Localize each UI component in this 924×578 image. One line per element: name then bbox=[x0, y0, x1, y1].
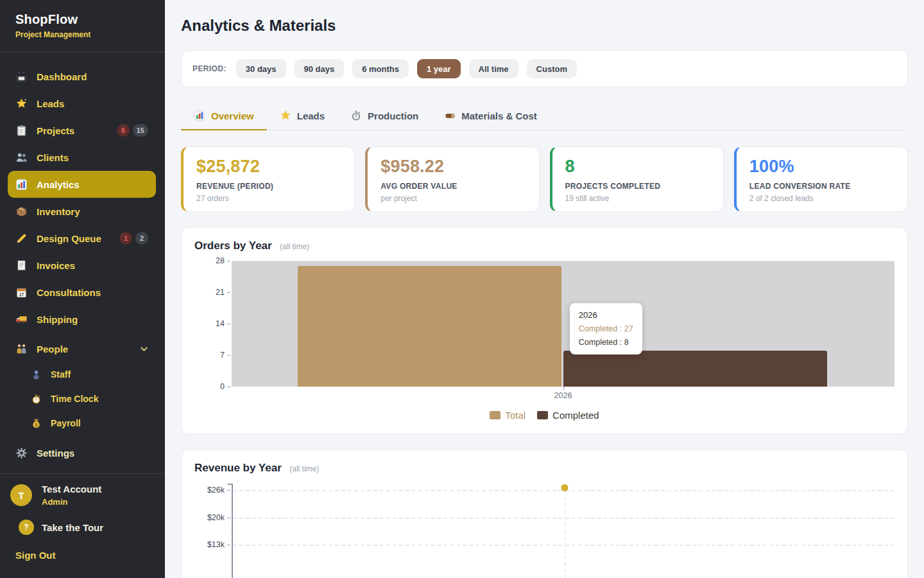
two-people-icon bbox=[15, 343, 28, 355]
app-tagline: Project Management bbox=[15, 30, 150, 39]
kpi-label: LEAD CONVERSION RATE bbox=[749, 182, 894, 191]
kpi-subtext: 2 of 2 closed leads bbox=[749, 194, 894, 203]
app-logo: ShopFlow Project Management bbox=[0, 0, 165, 53]
kpi-card: 100%LEAD CONVERSION RATE2 of 2 closed le… bbox=[734, 146, 908, 212]
sidebar-item-projects[interactable]: Projects815 bbox=[0, 117, 165, 144]
legend-item-total[interactable]: Total bbox=[490, 410, 526, 421]
sidebar-item-payroll[interactable]: $Payroll bbox=[0, 411, 165, 435]
tab-leads[interactable]: Leads bbox=[267, 103, 338, 130]
notification-badge: 15 bbox=[133, 124, 148, 137]
truck-icon bbox=[15, 313, 28, 326]
sidebar: ShopFlow Project Management DashboardLea… bbox=[0, 0, 165, 578]
legend-swatch bbox=[490, 411, 501, 419]
sidebar-item-settings[interactable]: Settings bbox=[0, 439, 165, 466]
tab-label: Overview bbox=[211, 110, 254, 121]
svg-text:$: $ bbox=[35, 422, 38, 427]
take-tour-label: Take the Tour bbox=[42, 522, 103, 533]
tooltip-title: 2026 bbox=[579, 310, 633, 320]
kpi-value: $25,872 bbox=[196, 157, 341, 177]
sidebar-item-analytics[interactable]: Analytics bbox=[8, 171, 156, 198]
period-option-90-days[interactable]: 90 days bbox=[295, 59, 345, 78]
notification-badge: 8 bbox=[117, 124, 130, 137]
sidebar-item-label: Shipping bbox=[37, 314, 78, 325]
sign-out-link[interactable]: Sign Out bbox=[15, 550, 155, 561]
revenue-plot bbox=[232, 484, 894, 578]
period-label: PERIOD: bbox=[193, 64, 227, 73]
orders-x-tick bbox=[563, 387, 564, 390]
notification-badge: 2 bbox=[135, 232, 148, 245]
revenue-y-axis: $26k$20k$13k bbox=[194, 484, 232, 578]
package-icon bbox=[15, 206, 28, 218]
orders-chart-title: Orders by Year bbox=[194, 240, 272, 252]
take-tour-button[interactable]: ? Take the Tour bbox=[19, 520, 155, 535]
y-tick-label: 14 bbox=[216, 319, 225, 328]
legend-label: Total bbox=[505, 410, 526, 421]
calendar-dark-icon bbox=[15, 71, 28, 83]
period-option-all-time[interactable]: All time bbox=[469, 59, 518, 78]
y-tick-mark bbox=[227, 518, 230, 518]
legend-swatch bbox=[537, 411, 548, 419]
tab-label: Production bbox=[368, 110, 418, 121]
revenue-data-point[interactable] bbox=[561, 484, 568, 491]
tab-bar: OverviewLeadsProductionMaterials & Cost bbox=[181, 103, 908, 130]
kpi-subtext: per project bbox=[381, 194, 526, 203]
orders-chart-header: Orders by Year (all time) bbox=[194, 240, 894, 252]
orders-x-label: 2026 bbox=[554, 391, 572, 400]
sidebar-item-shipping[interactable]: Shipping bbox=[0, 306, 165, 333]
sidebar-item-time-clock[interactable]: Time Clock bbox=[0, 387, 165, 411]
sidebar-item-staff[interactable]: Staff bbox=[0, 362, 165, 387]
sidebar-item-clients[interactable]: Clients bbox=[0, 144, 165, 171]
period-option-6-months[interactable]: 6 months bbox=[352, 59, 409, 78]
sidebar-item-label: Dashboard bbox=[37, 71, 87, 82]
bar-completed[interactable] bbox=[563, 351, 827, 387]
sidebar-item-invoices[interactable]: Invoices bbox=[0, 252, 165, 279]
period-option-30-days[interactable]: 30 days bbox=[236, 59, 286, 78]
sidebar-item-design-queue[interactable]: Design Queue12 bbox=[0, 225, 165, 252]
stopwatch-gray-icon bbox=[350, 110, 362, 121]
sidebar-item-label: Analytics bbox=[37, 179, 80, 190]
bar-total[interactable] bbox=[298, 266, 561, 387]
period-selector: PERIOD: 30 days90 days6 months1 yearAll … bbox=[181, 50, 908, 87]
sidebar-item-people[interactable]: People bbox=[0, 335, 165, 362]
main-content: Analytics & Materials PERIOD: 30 days90 … bbox=[165, 0, 924, 578]
sidebar-item-label: Design Queue bbox=[37, 233, 101, 244]
account-role: Admin bbox=[42, 497, 101, 507]
pencil-icon bbox=[15, 232, 28, 245]
orders-plot: 2026 Completed : 27Completed : 8 bbox=[232, 261, 894, 387]
orders-tooltip: 2026 Completed : 27Completed : 8 bbox=[570, 303, 642, 355]
stopwatch-icon bbox=[31, 394, 42, 405]
account-info: Test Account Admin bbox=[42, 484, 101, 507]
star-icon bbox=[280, 110, 291, 121]
revenue-y-tick-label: $26k bbox=[207, 486, 225, 495]
tab-production[interactable]: Production bbox=[338, 103, 431, 130]
sidebar-item-label: Settings bbox=[37, 448, 74, 459]
sidebar-item-leads[interactable]: Leads bbox=[0, 90, 165, 117]
revenue-chart-title: Revenue by Year bbox=[194, 462, 282, 474]
bar-chart-icon bbox=[15, 179, 28, 191]
account-row[interactable]: T Test Account Admin bbox=[10, 484, 155, 507]
kpi-card: 8PROJECTS COMPLETED19 still active bbox=[550, 146, 724, 212]
sidebar-item-dashboard[interactable]: Dashboard bbox=[0, 63, 165, 90]
tab-overview[interactable]: Overview bbox=[181, 103, 267, 130]
tab-materials-cost[interactable]: Materials & Cost bbox=[431, 103, 550, 130]
gear-icon bbox=[15, 447, 28, 459]
sidebar-item-label: Invoices bbox=[37, 260, 75, 271]
badge-group: 815 bbox=[117, 124, 148, 137]
kpi-value: 8 bbox=[565, 157, 710, 177]
y-tick-label: 21 bbox=[216, 288, 225, 297]
legend-item-completed[interactable]: Completed bbox=[537, 410, 599, 421]
sidebar-item-label: Staff bbox=[51, 369, 71, 380]
period-option-custom[interactable]: Custom bbox=[527, 59, 577, 78]
bar-chart-icon bbox=[194, 110, 205, 121]
y-tick-mark bbox=[227, 545, 230, 545]
wood-icon bbox=[444, 110, 456, 121]
period-option-1-year[interactable]: 1 year bbox=[417, 59, 461, 78]
y-tick-label: 28 bbox=[216, 256, 225, 265]
orders-legend: TotalCompleted bbox=[194, 410, 894, 421]
tooltip-line: Completed : 27 bbox=[579, 324, 633, 333]
tab-label: Leads bbox=[297, 110, 325, 121]
sidebar-item-inventory[interactable]: Inventory bbox=[0, 198, 165, 225]
sidebar-item-consultations[interactable]: 17Consultations bbox=[0, 279, 165, 306]
gridline bbox=[233, 518, 894, 519]
tab-label: Materials & Cost bbox=[461, 110, 537, 121]
